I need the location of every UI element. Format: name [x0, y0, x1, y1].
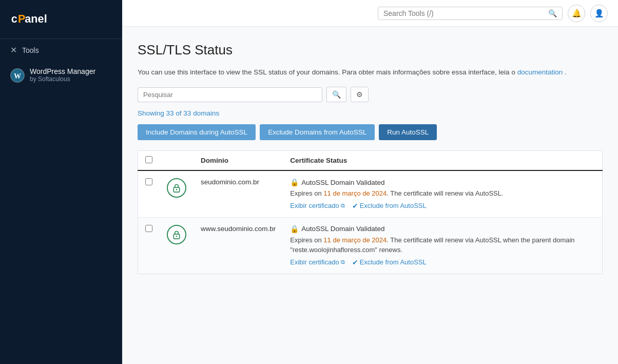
cert-expires-text: Expires on 11 de março de 2024. The cert…	[290, 188, 595, 199]
table-row: www.seudominio.com.br🔒AutoSSL Domain Val…	[138, 217, 603, 274]
showing-label: Showing	[138, 109, 164, 117]
wordpress-manager-name: WordPress Manager	[30, 67, 95, 75]
run-autossl-button[interactable]: Run AutoSSL	[379, 124, 437, 140]
page-description: You can use this interface to view the S…	[138, 67, 603, 78]
row-cert-status: 🔒AutoSSL Domain ValidatedExpires on 11 d…	[283, 217, 602, 274]
filter-input[interactable]	[138, 87, 322, 102]
sidebar-item-wordpress-manager[interactable]: W WordPress Manager by Softaculous	[0, 61, 122, 89]
filter-settings-button[interactable]: ⚙	[351, 87, 369, 102]
search-input[interactable]	[383, 9, 548, 17]
search-bar[interactable]: 🔍	[378, 7, 563, 20]
external-link-icon: ⧉	[341, 202, 345, 209]
col-header-icon	[160, 151, 194, 171]
row-cert-status: 🔒AutoSSL Domain ValidatedExpires on 11 d…	[283, 170, 602, 217]
cert-lock-icon: 🔒	[290, 178, 299, 186]
svg-point-7	[176, 189, 177, 190]
sidebar-item-tools-label: Tools	[22, 46, 39, 54]
main-area: 🔍 🔔 👤 SSL/TLS Status You can use this in…	[122, 0, 618, 364]
showing-text: Showing 33 of 33 domains	[138, 109, 603, 117]
check-circle-icon: ✔	[352, 202, 358, 210]
exclude-from-autossl-link[interactable]: ✔ Exclude from AutoSSL	[352, 202, 427, 210]
include-domains-button[interactable]: Include Domains during AutoSSL	[138, 124, 256, 140]
sidebar-item-tools[interactable]: ✕ Tools	[0, 39, 122, 61]
description-end: .	[565, 68, 567, 76]
cert-expiry-date: 11 de março de 2024	[323, 189, 387, 197]
row-checkbox[interactable]	[145, 178, 152, 185]
row-checkbox-cell	[138, 170, 160, 217]
wordpress-icon: W	[10, 68, 25, 83]
domain-ssl-icon	[167, 225, 186, 244]
check-circle-icon: ✔	[352, 258, 358, 266]
cpanel-logo: c P anel	[0, 0, 122, 39]
domain-ssl-icon	[167, 178, 186, 198]
cert-expiry-date: 11 de março de 2024	[323, 236, 387, 244]
view-certificate-link[interactable]: Exibir certificado ⧉	[290, 258, 344, 266]
table-row: seudominio.com.br🔒AutoSSL Domain Validat…	[138, 170, 603, 217]
search-icon: 🔍	[548, 9, 557, 17]
row-checkbox-cell	[138, 217, 160, 274]
wordpress-manager-text: WordPress Manager by Softaculous	[30, 67, 95, 83]
svg-point-9	[176, 236, 177, 237]
cert-status-title: 🔒AutoSSL Domain Validated	[290, 225, 595, 233]
cert-links: Exibir certificado ⧉✔ Exclude from AutoS…	[290, 202, 595, 210]
notification-button[interactable]: 🔔	[568, 5, 585, 22]
row-icon-cell	[160, 217, 194, 274]
svg-text:anel: anel	[25, 12, 47, 25]
description-text: You can use this interface to view the S…	[138, 68, 515, 76]
cert-title-text: AutoSSL Domain Validated	[301, 225, 384, 233]
filter-bar: 🔍 ⚙	[138, 87, 603, 102]
action-buttons: Include Domains during AutoSSL Exclude D…	[138, 124, 603, 140]
showing-suffix: domains	[193, 109, 219, 117]
row-icon-cell	[160, 170, 194, 217]
row-checkbox[interactable]	[145, 225, 152, 232]
exclude-domains-button[interactable]: Exclude Domains from AutoSSL	[260, 124, 375, 140]
row-domain-name: seudominio.com.br	[194, 170, 283, 217]
user-icon: 👤	[594, 9, 604, 18]
cert-expires-text: Expires on 11 de março de 2024. The cert…	[290, 235, 595, 255]
bell-icon: 🔔	[572, 9, 582, 18]
topbar: 🔍 🔔 👤	[122, 0, 618, 27]
cert-lock-icon: 🔒	[290, 225, 299, 233]
cert-status-title: 🔒AutoSSL Domain Validated	[290, 178, 595, 186]
showing-count: 33 of 33	[166, 109, 191, 117]
documentation-link[interactable]: documentation	[517, 68, 563, 76]
tools-icon: ✕	[10, 45, 17, 55]
sidebar: c P anel ✕ Tools W WordPress Manager by …	[0, 0, 122, 364]
content-area: SSL/TLS Status You can use this interfac…	[122, 27, 618, 364]
page-title: SSL/TLS Status	[138, 42, 603, 58]
external-link-icon: ⧉	[341, 259, 345, 265]
exclude-from-autossl-link[interactable]: ✔ Exclude from AutoSSL	[352, 258, 427, 266]
cert-links: Exibir certificado ⧉✔ Exclude from AutoS…	[290, 258, 595, 266]
filter-search-button[interactable]: 🔍	[326, 87, 346, 102]
col-header-checkbox	[138, 151, 160, 171]
row-domain-name: www.seudominio.com.br	[194, 217, 283, 274]
wordpress-manager-subtitle: by Softaculous	[30, 75, 95, 83]
user-button[interactable]: 👤	[590, 5, 608, 22]
svg-text:P: P	[18, 12, 25, 25]
select-all-checkbox[interactable]	[145, 156, 152, 163]
svg-text:W: W	[14, 72, 21, 80]
col-header-domain: Domínio	[194, 151, 283, 171]
col-header-cert: Certificate Status	[283, 151, 602, 171]
domains-table: Domínio Certificate Status seudominio.co…	[138, 150, 603, 274]
view-certificate-link[interactable]: Exibir certificado ⧉	[290, 202, 344, 209]
svg-text:c: c	[11, 12, 18, 25]
cert-title-text: AutoSSL Domain Validated	[301, 179, 384, 186]
